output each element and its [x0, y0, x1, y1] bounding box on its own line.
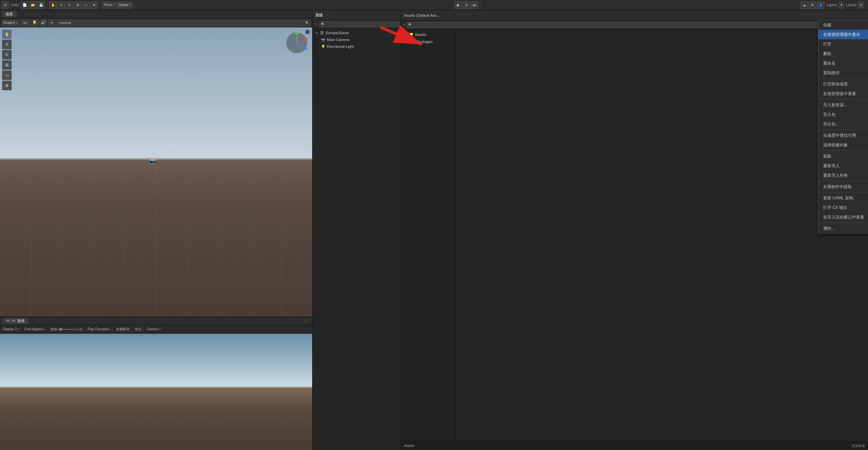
assets-bottom-bar: Assets 资源标签: [401, 441, 868, 450]
hierarchy-add-btn[interactable]: +: [314, 22, 318, 26]
ctx-select-deps-label: 选择依赖对象: [823, 142, 848, 148]
scene-search-dropdown[interactable]: 🔍: [75, 19, 311, 26]
assets-title: Assets (Default Ass...: [404, 13, 440, 17]
ctx-view-import-activity[interactable]: 在导入活动窗口中查看: [818, 212, 868, 222]
2d-toggle[interactable]: 2D: [20, 19, 30, 27]
ctx-rename-label: 重命名: [823, 61, 835, 66]
scale-slider[interactable]: [58, 329, 78, 330]
ctx-sep1: [818, 78, 868, 79]
scene-shading-dropdown[interactable]: Shaded ▾: [1, 19, 19, 26]
top-toolbar: ☰ Unity 📄 📂 💾 ✋ ✛ ↻ ⊞ ▭ ⊕ Pivot ▾ Global…: [0, 0, 868, 10]
ctx-show-in-explorer[interactable]: 在资源管理器中显示: [818, 30, 868, 39]
game-audio-label: 音频静音: [116, 327, 130, 332]
scene-fx-btn[interactable]: ✦: [48, 19, 55, 27]
ctx-import-new[interactable]: 导入新资源...: [818, 100, 868, 110]
ctx-find-refs-label: 在场景中查找引用: [823, 133, 856, 138]
game-display-dropdown[interactable]: Display 1 ▾: [1, 327, 21, 331]
step-btn[interactable]: ⏭: [471, 1, 478, 9]
account-btn[interactable]: 👤: [817, 1, 825, 9]
ctx-rename[interactable]: 重命名: [818, 58, 868, 68]
left-panel: 场景 Shaded ▾ 2D 💡 🔊 ✦ Gizmos▾ 🔍: [0, 10, 312, 450]
game-aspect-chevron: ▾: [43, 328, 45, 331]
assets-search-box[interactable]: 🔍: [407, 22, 862, 28]
move-tool-btn[interactable]: ✛: [58, 1, 65, 9]
ctx-sep4: [818, 150, 868, 151]
game-tab[interactable]: 🎮 🎮 游戏: [2, 318, 28, 324]
game-options-btn[interactable]: ⋮: [302, 319, 310, 323]
rotate-tool-btn[interactable]: ↻: [66, 1, 73, 9]
assets-folder-packages[interactable]: 📁 Packages: [401, 38, 456, 45]
game-gizmos-chevron: ▾: [159, 328, 161, 331]
hierarchy-item-maincamera[interactable]: 📷 Main Camera: [312, 36, 401, 43]
ctx-sep3: [818, 130, 868, 130]
scene-lighting-btn[interactable]: 💡: [31, 19, 38, 27]
game-status-dropdown[interactable]: 状态: [133, 327, 143, 332]
rect-scene-btn[interactable]: ▭: [2, 70, 12, 80]
scene-audio-btn[interactable]: 🔊: [39, 19, 47, 27]
hierarchy-options-btn[interactable]: ⋮: [326, 13, 330, 17]
move-scene-btn[interactable]: ✛: [2, 40, 12, 49]
maincamera-label: Main Camera: [327, 38, 349, 42]
ctx-copy-path[interactable]: 复制路径 Alt+Ctrl+C: [818, 68, 868, 78]
new-btn[interactable]: 📄: [21, 1, 28, 9]
transform-scene-btn[interactable]: ⊕: [2, 81, 12, 90]
rotate-scene-btn[interactable]: ↻: [2, 50, 12, 59]
ctx-extract-prefab[interactable]: 从预制件中提取: [818, 182, 868, 191]
game-play-focused-label: Play Focused: [88, 327, 108, 331]
ctx-open-additive[interactable]: 打开附加场景: [818, 79, 868, 89]
ctx-create[interactable]: 创建 ▶: [818, 20, 868, 30]
scene-tab[interactable]: 场景: [2, 11, 17, 17]
ctx-open-csharp[interactable]: 打开 C# 项目: [818, 203, 868, 212]
play-btn[interactable]: ▶: [455, 1, 462, 9]
ctx-find-refs[interactable]: 在场景中查找引用: [818, 131, 868, 140]
game-play-focused-dropdown[interactable]: Play Focused ▾: [86, 327, 113, 331]
ctx-refresh[interactable]: 刷新 Ctrl+R: [818, 151, 868, 161]
ctx-delete[interactable]: 删除: [818, 49, 868, 58]
hand-tool-btn[interactable]: ✋: [49, 1, 57, 9]
save-btn[interactable]: 💾: [37, 1, 45, 9]
rect-tool-btn[interactable]: ▭: [82, 1, 90, 9]
ctx-reimport[interactable]: 重新导入: [818, 161, 868, 171]
hierarchy-search-box[interactable]: 🔍: [319, 21, 399, 27]
assets-header: Assets (Default Ass...: [401, 10, 868, 21]
scale-scene-btn[interactable]: ⊞: [2, 60, 12, 70]
layers-label: Layers: [825, 3, 838, 7]
open-btn[interactable]: 📂: [29, 1, 37, 9]
hierarchy-item-samplescene[interactable]: ▼ 🎬 SampleScene: [312, 29, 401, 36]
game-aspect-dropdown[interactable]: Free Aspect ▾: [23, 327, 47, 331]
collab-btn[interactable]: ☁: [801, 1, 808, 9]
hierarchy-item-dirlight[interactable]: 💡 Directional Light: [312, 43, 401, 50]
hand-scene-btn[interactable]: ✋: [2, 29, 12, 39]
ctx-properties[interactable]: 属性... Alt+P: [818, 224, 868, 233]
services-btn[interactable]: ⚙: [809, 1, 816, 9]
pause-btn[interactable]: ⏸: [463, 1, 470, 9]
scene-gizmo: [285, 31, 309, 55]
game-tab-icon: 🎮: [5, 319, 10, 323]
global-dropdown[interactable]: Global ▾: [117, 2, 133, 9]
game-gizmos-dropdown[interactable]: Gizmos ▾: [145, 327, 163, 331]
ctx-import-package[interactable]: 导入包 ▶: [818, 110, 868, 119]
transform-tool-btn[interactable]: ⊕: [90, 1, 98, 9]
layers-dropdown[interactable]: ▾: [839, 2, 844, 9]
ctx-open[interactable]: 打开: [818, 39, 868, 49]
game-audio-btn[interactable]: 音频静音: [115, 327, 131, 332]
pivot-dropdown[interactable]: Pivot ▾: [102, 2, 116, 9]
resource-tag-label: 资源标签: [852, 444, 865, 448]
ctx-sep7: [818, 223, 868, 223]
scale-tool-btn[interactable]: ⊞: [74, 1, 81, 9]
hierarchy-toolbar: + 🔍: [312, 21, 401, 28]
ctx-open-additive-label: 打开附加场景: [823, 81, 848, 87]
menu-btn[interactable]: ☰: [1, 1, 9, 9]
ctx-view-in-package[interactable]: 在包管理器中查看: [818, 89, 868, 98]
ctx-select-deps[interactable]: 选择依赖对象: [818, 140, 868, 150]
ctx-export-package[interactable]: 导出包...: [818, 119, 868, 129]
assets-folder-assets[interactable]: ▶ 📁 Assets: [401, 31, 456, 38]
ctx-reimport-all[interactable]: 重新导入所有: [818, 171, 868, 180]
assets-toolbar: + 🔍 ⊟: [401, 21, 868, 29]
ctx-extract-prefab-label: 从预制件中提取: [823, 184, 852, 190]
ctx-update-uxml[interactable]: 更新 UXML 架构: [818, 193, 868, 203]
layout-dropdown[interactable]: ▾: [858, 2, 864, 9]
assets-add-btn[interactable]: +: [403, 23, 405, 27]
scene-gizmos-toggle[interactable]: Gizmos▾: [56, 19, 74, 27]
ctx-view-import-activity-label: 在导入活动窗口中查看: [823, 214, 864, 220]
